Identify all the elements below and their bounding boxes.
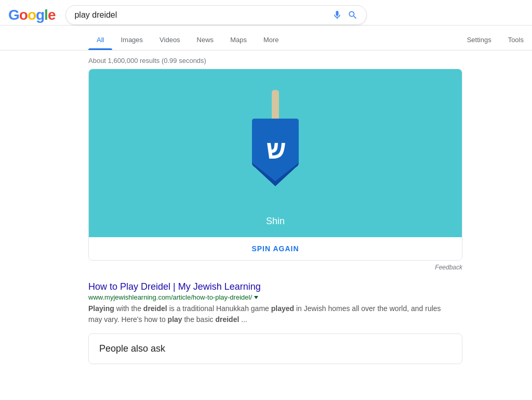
search-icon[interactable] [348, 10, 358, 20]
snippet-part-8: the basic [184, 315, 215, 324]
tab-all[interactable]: All [88, 30, 112, 50]
result-snippet: Playing with the dreidel is a traditiona… [88, 303, 452, 325]
tab-videos[interactable]: Videos [151, 30, 189, 50]
snippet-part-7: play [168, 315, 182, 324]
tab-news[interactable]: News [189, 30, 222, 50]
people-also-ask-title: People also ask [99, 343, 451, 354]
dreidel-svg: ש [223, 85, 327, 210]
spin-again-button[interactable]: SPIN AGAIN [89, 237, 462, 260]
nav-bar: All Images Videos News Maps More Setting… [0, 30, 532, 50]
results-count: About 1,600,000 results (0.99 seconds) [88, 50, 468, 69]
google-logo: Google [8, 7, 55, 23]
dreidel-display: ש Shin [89, 69, 462, 237]
snippet-part-5: played [271, 304, 294, 313]
dreidel-widget: ש Shin SPIN AGAIN [88, 69, 462, 261]
nav-tabs: All Images Videos News Maps More Setting… [0, 30, 532, 50]
feedback-link[interactable]: Feedback [88, 263, 462, 275]
tab-images[interactable]: Images [112, 30, 151, 50]
svg-rect-0 [272, 90, 279, 121]
snippet-part-10: ... [241, 315, 247, 324]
spin-again-text: SPIN AGAIN [251, 244, 299, 253]
tab-settings[interactable]: Settings [459, 30, 500, 50]
nav-right: Settings Tools [459, 30, 532, 50]
snippet-part-2: with the [116, 304, 143, 313]
search-input[interactable]: play dreidel [74, 10, 328, 20]
dreidel-image: ש Shin [223, 85, 327, 227]
snippet-part-4: is a traditional Hanukkah game [169, 304, 271, 313]
svg-text:ש: ש [266, 135, 285, 164]
snippet-part-1: Playing [88, 304, 114, 313]
tab-tools[interactable]: Tools [500, 30, 532, 50]
search-icons [332, 10, 358, 20]
result-title[interactable]: How to Play Dreidel | My Jewish Learning [88, 281, 452, 292]
dreidel-face-label: Shin [266, 216, 285, 227]
header: Google play dreidel [0, 0, 532, 25]
result-url-line: www.myjewishlearning.com/article/how-to-… [88, 293, 452, 301]
result-dropdown-icon[interactable] [254, 296, 258, 299]
search-result-1: How to Play Dreidel | My Jewish Learning… [88, 281, 452, 325]
snippet-part-3: dreidel [143, 304, 167, 313]
result-url: www.myjewishlearning.com/article/how-to-… [88, 293, 252, 301]
snippet-part-9: dreidel [215, 315, 239, 324]
mic-icon[interactable] [332, 10, 342, 20]
tab-more[interactable]: More [255, 30, 287, 50]
tab-maps[interactable]: Maps [222, 30, 255, 50]
search-bar: play dreidel [65, 5, 367, 25]
people-also-ask-box: People also ask [88, 333, 462, 364]
main-content: About 1,600,000 results (0.99 seconds) ש [0, 50, 468, 364]
